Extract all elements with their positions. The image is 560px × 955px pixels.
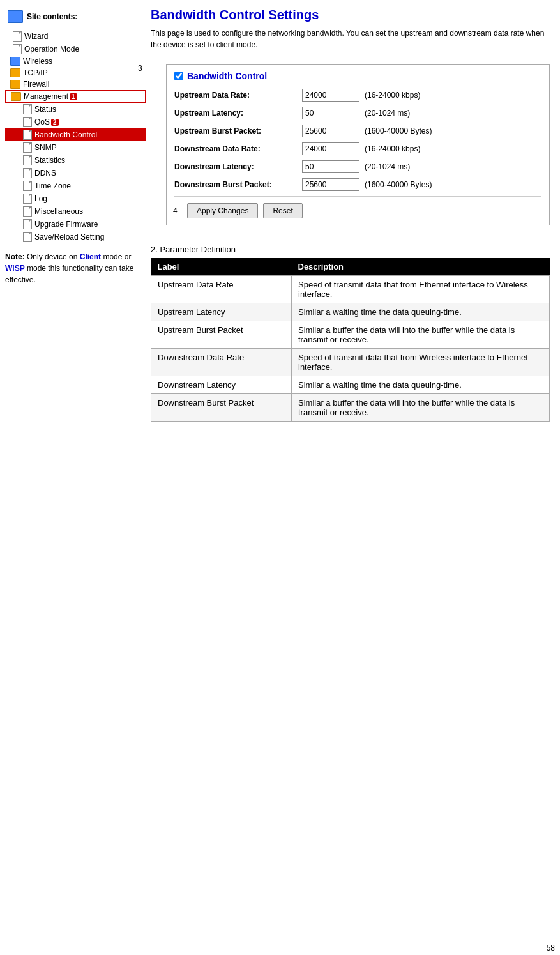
doc-icon	[23, 142, 32, 153]
table-cell-label: Upstream Burst Packet	[151, 321, 292, 349]
doc-icon	[23, 232, 32, 242]
sidebar-item-label: Bandwidth Control	[34, 130, 97, 139]
form-fields: Upstream Data Rate:(16-24000 kbps)Upstre…	[174, 89, 541, 191]
page-description: This page is used to configure the netwo…	[151, 27, 550, 56]
param-table-body: Upstream Data RateSpeed of transmit data…	[151, 276, 550, 422]
table-row: Upstream LatencySimilar a waiting time t…	[151, 303, 550, 321]
bandwidth-control-label[interactable]: Bandwidth Control	[187, 71, 267, 81]
sidebar-item-qos[interactable]: QoS 2	[5, 116, 146, 128]
sidebar-item-operation-mode[interactable]: Operation Mode	[5, 43, 146, 56]
sidebar-item-label: Time Zone	[34, 181, 71, 190]
sidebar-item-timezone[interactable]: Time Zone	[5, 180, 146, 192]
form-field-input[interactable]	[302, 178, 359, 191]
sidebar-header: Site contents:	[5, 8, 146, 27]
table-row: Downstream LatencySimilar a waiting time…	[151, 376, 550, 394]
form-field-hint: (16-24000 kbps)	[365, 91, 420, 100]
form-row: Upstream Latency:(20-1024 ms)	[174, 107, 541, 119]
button-row: Apply Changes Reset	[187, 203, 541, 218]
note-prefix: Note:	[5, 252, 25, 261]
form-field-hint: (20-1024 ms)	[365, 162, 410, 171]
form-field-input[interactable]	[302, 142, 359, 155]
table-header-row: Label Description	[151, 258, 550, 276]
sidebar-item-snmp[interactable]: SNMP	[5, 141, 146, 154]
doc-icon	[23, 168, 32, 178]
button-row-wrapper: 4 Apply Changes Reset	[174, 203, 541, 218]
sidebar-item-label: SNMP	[34, 143, 57, 152]
table-cell-description: Speed of transmit data that from Etherne…	[292, 276, 550, 303]
sidebar-item-wireless[interactable]: Wireless	[5, 56, 146, 67]
note-text: Only device on	[27, 252, 80, 261]
sidebar-title: Site contents:	[27, 12, 77, 21]
sidebar-item-upgrade-firmware[interactable]: Upgrade Firmware	[5, 218, 146, 231]
table-row: Upstream Data RateSpeed of transmit data…	[151, 276, 550, 303]
table-row: Downstream Data RateSpeed of transmit da…	[151, 349, 550, 376]
form-field-label: Downstream Data Rate:	[174, 144, 302, 153]
page-number: 58	[0, 941, 560, 955]
sidebar-item-status[interactable]: Status	[5, 103, 146, 116]
content-area: Bandwidth Control Settings This page is …	[146, 5, 555, 936]
form-field-input[interactable]	[302, 160, 359, 173]
note-section: Note: Only device on Client mode or WISP…	[5, 248, 146, 288]
folder-icon-blue	[10, 57, 20, 66]
table-cell-label: Upstream Data Rate	[151, 276, 292, 303]
sidebar-item-wizard[interactable]: Wizard	[5, 30, 146, 43]
sidebar-item-tcpip[interactable]: TCP/IP	[5, 67, 146, 79]
table-cell-description: Similar a buffer the data will into the …	[292, 321, 550, 349]
sidebar-item-label: DDNS	[34, 169, 56, 178]
apply-changes-button[interactable]: Apply Changes	[187, 203, 258, 218]
sidebar-item-label: Wireless	[23, 57, 52, 66]
form-field-input[interactable]	[302, 107, 359, 119]
sidebar-item-label: Statistics	[34, 156, 65, 165]
sidebar-item-bandwidth-control[interactable]: Bandwidth Control	[5, 128, 146, 141]
table-cell-label: Downstream Latency	[151, 376, 292, 394]
sidebar-item-management[interactable]: Management 1	[5, 90, 146, 103]
sidebar-item-firewall[interactable]: Firewall	[5, 79, 146, 90]
doc-icon	[23, 104, 32, 114]
computer-icon	[8, 10, 23, 23]
form-field-input[interactable]	[302, 125, 359, 137]
form-field-label: Upstream Data Rate:	[174, 91, 302, 100]
sidebar-item-misc[interactable]: Miscellaneous	[5, 205, 146, 218]
form-row: Downstream Data Rate:(16-24000 kbps)	[174, 142, 541, 155]
table-cell-label: Upstream Latency	[151, 303, 292, 321]
bandwidth-control-checkbox[interactable]	[174, 72, 183, 80]
form-field-label: Upstream Latency:	[174, 109, 302, 118]
sidebar-item-label: Wizard	[24, 32, 48, 41]
doc-icon	[23, 130, 32, 140]
sidebar-item-log[interactable]: Log	[5, 192, 146, 205]
reset-button[interactable]: Reset	[263, 203, 302, 218]
form-field-input[interactable]	[302, 89, 359, 102]
form-row: Upstream Data Rate:(16-24000 kbps)	[174, 89, 541, 102]
sidebar-item-label: Firewall	[23, 80, 49, 89]
section-header: Bandwidth Control	[174, 71, 541, 81]
form-row: Downstream Latency:(20-1024 ms)	[174, 160, 541, 173]
table-row: Upstream Burst PacketSimilar a buffer th…	[151, 321, 550, 349]
badge-management: 1	[70, 93, 77, 100]
doc-icon	[13, 44, 22, 54]
badge-qos: 2	[51, 119, 59, 126]
col-header-label: Label	[151, 258, 292, 276]
sidebar-item-label: TCP/IP	[23, 68, 48, 77]
table-cell-description: Speed of transmit data that from Wireles…	[292, 349, 550, 376]
doc-icon	[23, 194, 32, 204]
sidebar-item-save-reload[interactable]: Save/Reload Setting	[5, 231, 146, 243]
folder-icon-orange	[10, 80, 20, 89]
sidebar-item-label: Save/Reload Setting	[34, 233, 104, 241]
note-wisp: WISP	[5, 264, 25, 273]
doc-icon	[13, 31, 22, 42]
doc-icon	[23, 117, 32, 127]
folder-icon-orange	[10, 68, 20, 77]
table-row: Downstream Burst PacketSimilar a buffer …	[151, 394, 550, 422]
sidebar-item-label: Operation Mode	[24, 45, 79, 54]
sidebar-item-ddns[interactable]: DDNS	[5, 167, 146, 180]
bandwidth-form: Bandwidth Control Upstream Data Rate:(16…	[166, 64, 550, 225]
note-suffix: mode this functionality can take effecti…	[5, 264, 133, 284]
form-row: Upstream Burst Packet:(1600-40000 Bytes)	[174, 125, 541, 137]
doc-icon	[23, 219, 32, 229]
form-field-label: Downstream Latency:	[174, 162, 302, 171]
param-section-heading: 2. Parameter Definition	[151, 245, 550, 254]
form-divider	[174, 196, 541, 197]
sidebar-item-statistics[interactable]: Statistics	[5, 154, 146, 167]
settings-section: 3 Bandwidth Control Upstream Data Rate:(…	[151, 64, 550, 225]
table-cell-description: Similar a waiting time the data queuing-…	[292, 376, 550, 394]
